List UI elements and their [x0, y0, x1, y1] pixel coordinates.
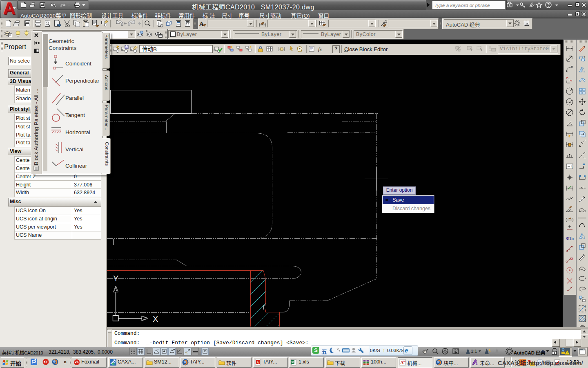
svg-text:A: A — [257, 361, 259, 364]
svg-text:M: M — [112, 362, 115, 366]
svg-text:A: A — [199, 20, 204, 27]
svg-text:fx: fx — [318, 46, 322, 52]
svg-text:1:1: 1:1 — [471, 349, 477, 354]
svg-text:10: 10 — [403, 360, 405, 363]
svg-text:X: X — [153, 314, 158, 323]
svg-text:!: ! — [566, 351, 568, 355]
svg-text:»: » — [64, 359, 67, 365]
svg-text:Y: Y — [113, 274, 118, 283]
svg-text:传动B: 传动B — [142, 46, 157, 52]
